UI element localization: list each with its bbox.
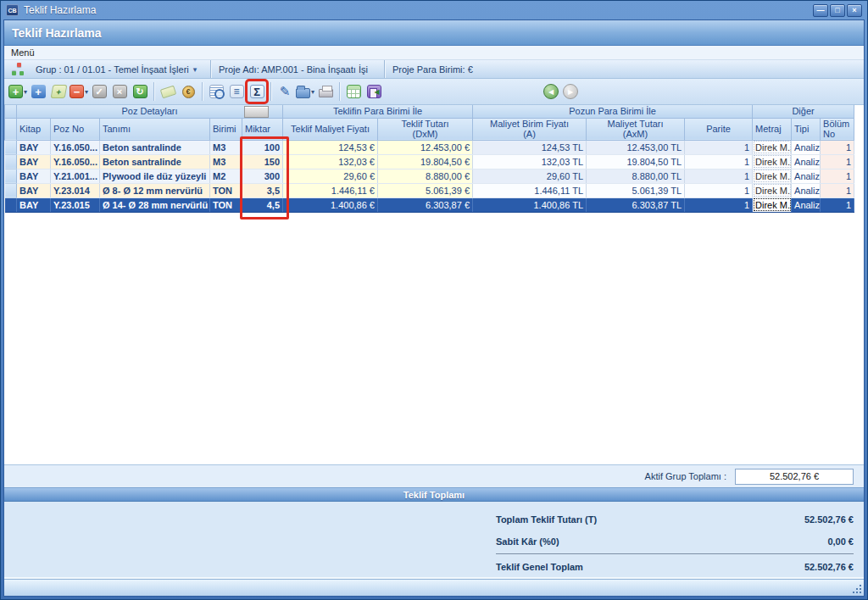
- cell-parite-r4[interactable]: 1: [685, 183, 753, 197]
- maximize-button[interactable]: □: [830, 4, 845, 17]
- cell-poz-no-r3[interactable]: Y.21.001...: [51, 169, 100, 183]
- cell-maliyet-tutarı-axm-r1[interactable]: 12.453,00 TL: [587, 140, 685, 154]
- cell-metraj-r1[interactable]: Direk M...: [753, 140, 792, 154]
- cell-birimi-r4[interactable]: TON: [210, 183, 242, 197]
- column-header-bölüm-no[interactable]: Bölüm No: [821, 118, 854, 140]
- active-group-total-field[interactable]: 52.502,76 €: [735, 469, 854, 485]
- dropdown-caret-icon[interactable]: ▾: [85, 88, 88, 96]
- cell-kitap-r5[interactable]: BAY: [17, 197, 51, 212]
- sum-icon-button[interactable]: Σ: [248, 81, 266, 102]
- cell-maliyet-birim-fiyatı-a-r2[interactable]: 132,03 TL: [473, 154, 587, 169]
- cell-kitap-r3[interactable]: BAY: [17, 169, 51, 183]
- cell-miktar-r3[interactable]: 300: [242, 169, 283, 183]
- report-icon-button[interactable]: [344, 81, 363, 102]
- cell-maliyet-tutarı-axm-r3[interactable]: 8.880,00 TL: [587, 169, 685, 183]
- cell-maliyet-tutarı-axm-r2[interactable]: 19.804,50 TL: [587, 154, 685, 169]
- cell-tanımı-r2[interactable]: Beton santralinde: [100, 154, 210, 169]
- analysis-icon-button[interactable]: ≡: [227, 81, 246, 102]
- column-header-maliyet-tutarı-axm[interactable]: Maliyet Tutarı (AxM): [587, 118, 685, 140]
- close-button[interactable]: ×: [847, 4, 862, 17]
- cell-birimi-r2[interactable]: M3: [210, 154, 242, 169]
- cell-teklif-maliyet-fiyatı-r2[interactable]: 132,03 €: [283, 154, 378, 169]
- cell-bölüm-no-r3[interactable]: 1: [821, 169, 854, 183]
- cell-birimi-r3[interactable]: M2: [210, 169, 242, 183]
- cell-teklif-tutarı-dxm-r1[interactable]: 12.453,00 €: [378, 140, 473, 154]
- cell-kitap-r4[interactable]: BAY: [17, 183, 51, 197]
- forward-button[interactable]: ▶: [563, 84, 578, 99]
- resize-grip-icon[interactable]: [852, 584, 861, 593]
- cell-bölüm-no-r2[interactable]: 1: [821, 154, 854, 169]
- cell-metraj-r5[interactable]: Direk M...: [753, 197, 792, 212]
- cell-bölüm-no-r4[interactable]: 1: [821, 183, 854, 197]
- cell-metraj-r2[interactable]: Direk M...: [753, 154, 792, 169]
- group-dropdown-caret-icon[interactable]: ▾: [193, 65, 198, 74]
- column-header-kitap[interactable]: Kitap: [17, 118, 51, 140]
- apply-icon-button[interactable]: ✓: [90, 81, 108, 102]
- cell-teklif-maliyet-fiyatı-r3[interactable]: 29,60 €: [283, 169, 378, 183]
- cell-tipi-r2[interactable]: Analiz: [792, 154, 821, 169]
- print-icon-button[interactable]: [316, 81, 335, 102]
- cell-bölüm-no-r5[interactable]: 1: [821, 197, 854, 212]
- grid-row-3[interactable]: BAYY.21.001...Plywood ile düz yüzeyliM23…: [5, 169, 854, 183]
- cell-tipi-r1[interactable]: Analiz: [792, 140, 821, 154]
- row-indicator[interactable]: [5, 183, 17, 197]
- column-header-miktar[interactable]: Miktar: [242, 118, 283, 140]
- refresh-icon-button[interactable]: ↻: [131, 81, 149, 102]
- cell-poz-no-r5[interactable]: Y.23.015: [51, 197, 100, 212]
- minimize-button[interactable]: —: [813, 4, 828, 17]
- cell-parite-r3[interactable]: 1: [685, 169, 753, 183]
- add-row-icon-button[interactable]: +▾: [8, 81, 27, 102]
- duplicate-row-icon-button[interactable]: +: [49, 81, 68, 102]
- cell-parite-r2[interactable]: 1: [685, 154, 753, 169]
- cell-poz-no-r2[interactable]: Y.16.050...: [51, 154, 100, 169]
- menu-item-menu[interactable]: Menü: [4, 46, 42, 59]
- column-header-tanımı[interactable]: Tanımı: [100, 118, 210, 140]
- row-indicator[interactable]: [5, 140, 17, 154]
- cell-birimi-r1[interactable]: M3: [210, 140, 242, 154]
- cell-tipi-r4[interactable]: Analiz: [792, 183, 821, 197]
- column-header-tipi[interactable]: Tipi: [792, 118, 821, 140]
- eraser-icon-button[interactable]: [159, 81, 177, 102]
- cell-miktar-r2[interactable]: 150: [242, 154, 283, 169]
- column-header-metraj[interactable]: Metraj: [753, 118, 792, 140]
- cell-tanımı-r4[interactable]: Ø 8- Ø 12 mm nervürlü: [100, 183, 210, 197]
- cell-tipi-r3[interactable]: Analiz: [792, 169, 821, 183]
- grid-row-2[interactable]: BAYY.16.050...Beton santralindeM3150132,…: [5, 154, 854, 169]
- cell-teklif-tutarı-dxm-r2[interactable]: 19.804,50 €: [378, 154, 473, 169]
- cell-teklif-tutarı-dxm-r3[interactable]: 8.880,00 €: [378, 169, 473, 183]
- cell-tanımı-r1[interactable]: Beton santralinde: [100, 140, 210, 154]
- cell-maliyet-birim-fiyatı-a-r3[interactable]: 29,60 TL: [473, 169, 587, 183]
- cell-poz-no-r1[interactable]: Y.16.050...: [51, 140, 100, 154]
- column-header-maliyet-birim-fiyatı-a[interactable]: Maliyet Birim Fiyatı (A): [473, 118, 587, 140]
- cell-maliyet-birim-fiyatı-a-r5[interactable]: 1.400,86 TL: [473, 197, 587, 212]
- exit-icon-button[interactable]: [364, 81, 383, 102]
- cell-metraj-r3[interactable]: Direk M...: [753, 169, 792, 183]
- dropdown-caret-icon[interactable]: ▾: [311, 88, 314, 96]
- cell-teklif-tutarı-dxm-r4[interactable]: 5.061,39 €: [378, 183, 473, 197]
- row-indicator[interactable]: [5, 197, 17, 212]
- cell-miktar-r1[interactable]: 100: [242, 140, 283, 154]
- grid-row-5[interactable]: BAYY.23.015Ø 14- Ø 28 mm nervürlüTON4,51…: [5, 197, 854, 212]
- cell-metraj-r4[interactable]: Direk M...: [753, 183, 792, 197]
- cell-tipi-r5[interactable]: Analiz: [792, 197, 821, 212]
- cell-maliyet-tutarı-axm-r4[interactable]: 5.061,39 TL: [587, 183, 685, 197]
- cell-teklif-tutarı-dxm-r5[interactable]: 6.303,87 €: [378, 197, 473, 212]
- cell-bölüm-no-r1[interactable]: 1: [821, 140, 854, 154]
- group-selector[interactable]: Grup : 01 / 01.01 - Temel İnşaat İşleri …: [4, 60, 210, 78]
- price-update-icon-button[interactable]: €: [179, 81, 198, 102]
- cell-tanımı-r3[interactable]: Plywood ile düz yüzeyli: [100, 169, 210, 183]
- column-header-teklif-maliyet-fiyatı[interactable]: Teklif Maliyet Fiyatı: [283, 118, 378, 140]
- grid-row-1[interactable]: BAYY.16.050...Beton santralindeM3100124,…: [5, 140, 854, 154]
- cell-poz-no-r4[interactable]: Y.23.014: [51, 183, 100, 197]
- folder-icon-button[interactable]: ▾: [296, 81, 314, 102]
- cell-parite-r1[interactable]: 1: [685, 140, 753, 154]
- cancel-icon-button[interactable]: ×: [110, 81, 129, 102]
- row-indicator[interactable]: [5, 169, 17, 183]
- poz-search-icon-button[interactable]: [207, 81, 225, 102]
- cell-miktar-r4[interactable]: 3,5: [242, 183, 283, 197]
- back-button[interactable]: ◀: [543, 84, 559, 99]
- cell-kitap-r1[interactable]: BAY: [17, 140, 51, 154]
- cell-teklif-maliyet-fiyatı-r4[interactable]: 1.446,11 €: [283, 183, 378, 197]
- row-indicator[interactable]: [5, 154, 17, 169]
- cell-teklif-maliyet-fiyatı-r1[interactable]: 124,53 €: [283, 140, 378, 154]
